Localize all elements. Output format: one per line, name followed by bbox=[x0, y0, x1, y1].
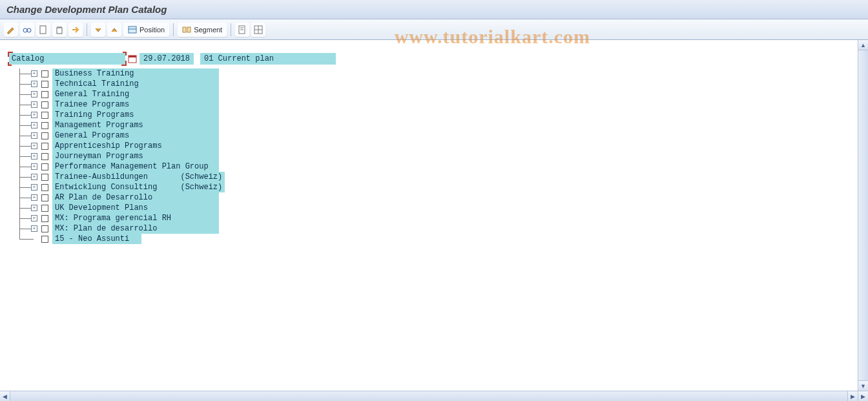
horizontal-scrollbar[interactable]: ◀ ▶ ▶ bbox=[0, 391, 868, 401]
position-button[interactable]: Position bbox=[123, 23, 169, 37]
tree-row[interactable]: +Journeyman Programs bbox=[13, 151, 858, 161]
expand-node-icon[interactable]: + bbox=[31, 122, 37, 129]
title-bar: Change Development Plan Catalog bbox=[0, 0, 868, 19]
node-checkbox[interactable] bbox=[41, 236, 48, 243]
expand-node-icon[interactable]: + bbox=[31, 143, 37, 149]
node-label[interactable]: Training Programs bbox=[52, 110, 219, 120]
node-checkbox[interactable] bbox=[41, 163, 48, 170]
scroll-up-icon[interactable]: ▲ bbox=[858, 40, 868, 50]
tree-connector: + bbox=[13, 203, 35, 213]
expand-node-icon[interactable]: + bbox=[31, 101, 37, 108]
scroll-right2-icon[interactable]: ▶ bbox=[858, 391, 868, 401]
node-checkbox[interactable] bbox=[41, 153, 48, 160]
scroll-down-icon[interactable]: ▼ bbox=[858, 380, 868, 391]
tree-connector: + bbox=[13, 79, 35, 89]
node-checkbox[interactable] bbox=[41, 225, 48, 232]
tree-row[interactable]: +Training Programs bbox=[13, 110, 858, 120]
node-label[interactable]: Performance Management Plan Group bbox=[52, 161, 219, 172]
expand-node-icon[interactable]: + bbox=[31, 205, 37, 211]
node-label[interactable]: Entwicklung Consulting (Schweiz) bbox=[52, 182, 225, 192]
tree-connector: + bbox=[13, 192, 35, 203]
catalog-root-label[interactable]: Catalog bbox=[9, 53, 125, 65]
expand-node-icon[interactable]: + bbox=[31, 132, 37, 139]
toolbar-separator bbox=[173, 23, 174, 36]
node-label[interactable]: Journeyman Programs bbox=[52, 151, 219, 161]
tree-row[interactable]: +Technical Training bbox=[13, 79, 858, 89]
expand-button[interactable] bbox=[91, 23, 105, 37]
node-checkbox[interactable] bbox=[41, 112, 48, 119]
node-label[interactable]: MX: Plan de desarrollo bbox=[52, 223, 219, 234]
node-label[interactable]: Technical Training bbox=[52, 79, 219, 89]
tree-row[interactable]: +General Programs bbox=[13, 130, 858, 141]
node-checkbox[interactable] bbox=[41, 70, 48, 77]
tree-row[interactable]: +MX: Plan de desarrollo bbox=[13, 223, 858, 234]
catalog-date: 29.07.2018 bbox=[140, 53, 194, 65]
node-checkbox[interactable] bbox=[41, 132, 48, 139]
scroll-left-icon[interactable]: ◀ bbox=[0, 391, 10, 401]
node-label[interactable]: AR Plan de Desarrollo bbox=[52, 192, 219, 203]
node-checkbox[interactable] bbox=[41, 91, 48, 98]
extra1-button[interactable] bbox=[235, 23, 249, 37]
scroll-right-icon[interactable]: ▶ bbox=[847, 391, 858, 401]
create-button[interactable] bbox=[36, 23, 50, 37]
tree-row[interactable]: +Business Training bbox=[13, 68, 858, 79]
calendar-icon[interactable] bbox=[128, 54, 137, 63]
tree-connector: + bbox=[13, 161, 35, 172]
node-checkbox[interactable] bbox=[41, 215, 48, 222]
expand-node-icon[interactable]: + bbox=[31, 112, 37, 118]
tree-row[interactable]: +Management Programs bbox=[13, 120, 858, 130]
expand-node-icon[interactable]: + bbox=[31, 215, 37, 221]
tree-row[interactable]: +Performance Management Plan Group bbox=[13, 161, 858, 172]
node-label[interactable]: General Programs bbox=[52, 130, 219, 141]
expand-node-icon[interactable]: + bbox=[31, 70, 37, 77]
tree-row[interactable]: 15 - Neo Assunti bbox=[13, 234, 858, 244]
expand-node-icon[interactable]: + bbox=[31, 153, 37, 159]
segment-button[interactable]: Segment bbox=[178, 23, 227, 37]
expand-node-icon[interactable]: + bbox=[31, 174, 37, 180]
node-label[interactable]: 15 - Neo Assunti bbox=[52, 234, 141, 244]
extra2-button[interactable] bbox=[251, 23, 265, 37]
pencil-icon bbox=[6, 25, 16, 34]
toggle-edit-button[interactable] bbox=[4, 23, 18, 37]
other-view-button[interactable] bbox=[20, 23, 34, 37]
node-label[interactable]: MX: Programa gerencial RH bbox=[52, 213, 219, 223]
tree-row[interactable]: +Entwicklung Consulting (Schweiz) bbox=[13, 182, 858, 192]
expand-node-icon[interactable]: + bbox=[31, 184, 37, 190]
node-checkbox[interactable] bbox=[41, 205, 48, 212]
tree-row[interactable]: +AR Plan de Desarrollo bbox=[13, 192, 858, 203]
node-label[interactable]: Apprenticeship Programs bbox=[52, 141, 219, 151]
node-checkbox[interactable] bbox=[41, 81, 48, 88]
node-checkbox[interactable] bbox=[41, 143, 48, 150]
node-checkbox[interactable] bbox=[41, 174, 48, 181]
tree-row[interactable]: +MX: Programa gerencial RH bbox=[13, 213, 858, 223]
catalog-header: Catalog 29.07.2018 01 Current plan bbox=[9, 53, 858, 65]
node-checkbox[interactable] bbox=[41, 122, 48, 129]
scroll-track[interactable] bbox=[10, 391, 847, 401]
tree-row[interactable]: +Apprenticeship Programs bbox=[13, 141, 858, 151]
collapse-button[interactable] bbox=[107, 23, 121, 37]
delete-button[interactable] bbox=[52, 23, 67, 37]
expand-node-icon[interactable]: + bbox=[31, 81, 37, 87]
svg-point-1 bbox=[27, 28, 31, 32]
node-checkbox[interactable] bbox=[41, 101, 48, 108]
navigate-button[interactable] bbox=[68, 23, 83, 37]
expand-node-icon[interactable]: + bbox=[31, 91, 37, 98]
node-label[interactable]: Trainee Programs bbox=[52, 99, 219, 110]
node-label[interactable]: General Training bbox=[52, 89, 219, 99]
tree-row[interactable]: +General Training bbox=[13, 89, 858, 99]
svg-point-0 bbox=[23, 28, 27, 32]
tree-row[interactable]: +Trainee-Ausbildungen (Schweiz) bbox=[13, 172, 858, 182]
expand-node-icon[interactable]: + bbox=[31, 194, 37, 201]
node-label[interactable]: UK Development Plans bbox=[52, 203, 219, 213]
tree-row[interactable]: +UK Development Plans bbox=[13, 203, 858, 213]
node-label[interactable]: Trainee-Ausbildungen (Schweiz) bbox=[52, 172, 225, 182]
node-checkbox[interactable] bbox=[41, 194, 48, 201]
tree-row[interactable]: +Trainee Programs bbox=[13, 99, 858, 110]
node-label[interactable]: Business Training bbox=[52, 68, 219, 79]
expand-node-icon[interactable]: + bbox=[31, 163, 37, 170]
expand-node-icon[interactable]: + bbox=[31, 225, 37, 232]
vertical-scrollbar[interactable]: ▲ ▼ bbox=[858, 40, 868, 391]
tree-connector: + bbox=[13, 99, 35, 110]
node-label[interactable]: Management Programs bbox=[52, 120, 219, 130]
node-checkbox[interactable] bbox=[41, 184, 48, 191]
